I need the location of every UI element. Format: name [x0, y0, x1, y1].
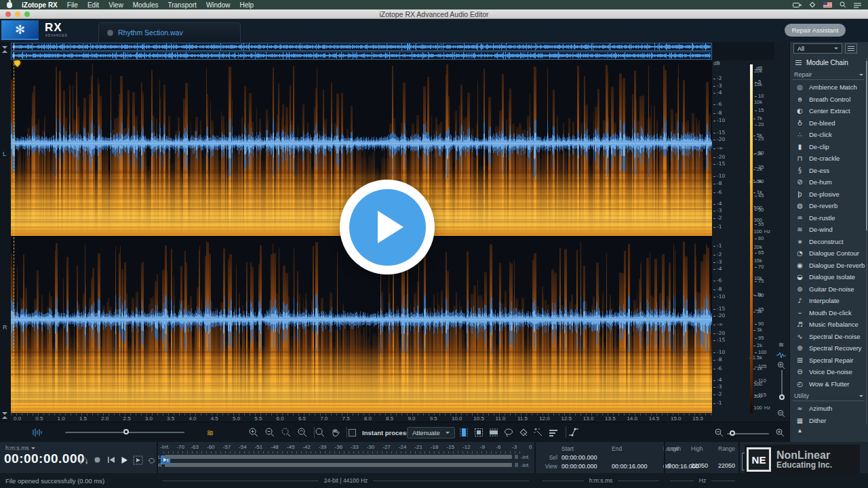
module-filter-select[interactable]: All [793, 43, 842, 54]
playhead[interactable] [14, 60, 14, 413]
file-tab[interactable]: Rhythm Section.wav [98, 22, 241, 42]
module-item-de-click[interactable]: ∴De-click [790, 129, 867, 141]
brush-selection-tool[interactable] [517, 426, 530, 439]
wave-spec-blend-slider[interactable] [65, 432, 184, 433]
module-item-de-wind[interactable]: ≋De-wind [790, 224, 867, 236]
find-similar-icon[interactable] [313, 426, 327, 439]
level-meters[interactable]: -Inf.-70-63-60-57-54-51-48-45-42-39-36-3… [158, 442, 533, 473]
freq-high-value[interactable]: 22050 [691, 454, 718, 469]
magic-wand-tool[interactable] [532, 426, 545, 439]
section-header-repair[interactable]: Repair [793, 70, 865, 80]
vertical-zoom-out-icon[interactable] [774, 407, 788, 420]
app-menu[interactable]: iZotope RX [22, 1, 58, 9]
spectrogram-view-icon[interactable]: ≋ [203, 426, 217, 439]
module-item-wow-flutter[interactable]: ◴Wow & Flutter [790, 378, 867, 390]
h-zoom-slider[interactable] [727, 433, 769, 434]
video-icon[interactable] [793, 1, 802, 8]
flatten-selection-tool[interactable] [547, 426, 560, 439]
module-item-de-crackle[interactable]: ⊓De-crackle [790, 152, 867, 165]
view-end-value[interactable]: 00:00:16.000 [612, 463, 663, 470]
grab-hand-icon[interactable] [328, 426, 342, 439]
module-item-spectral-repair[interactable]: ⊞Spectral Repair [790, 354, 867, 367]
module-item-interpolate[interactable]: ♪Interpolate [790, 295, 867, 307]
time-frequency-selection-tool[interactable] [472, 426, 486, 439]
module-item-de-hum[interactable]: ⊘De-hum [790, 176, 867, 188]
module-item-voice-de-noise[interactable]: ⊖Voice De-noise [790, 366, 867, 378]
module-item-dialogue-isolate[interactable]: ◒Dialogue Isolate [790, 271, 867, 283]
monitor-headphones-icon[interactable] [79, 455, 89, 465]
time-selection-tool[interactable] [457, 426, 471, 439]
freq-low-value[interactable]: 0 [668, 454, 691, 469]
menu-transport[interactable]: Transport [167, 1, 196, 9]
time-ruler[interactable]: 0.00.51.01.52.02.53.03.54.04.55.05.56.06… [11, 413, 712, 422]
play-icon[interactable] [119, 455, 130, 465]
module-menu-icon[interactable] [845, 43, 857, 54]
module-scrollbar-thumb[interactable] [866, 61, 867, 230]
module-item-mouth-de-click[interactable]: ⌣Mouth De-click [790, 307, 867, 319]
zoom-reset-icon[interactable] [296, 426, 309, 439]
menu-help[interactable]: Help [239, 1, 254, 9]
module-item-de-rustle[interactable]: ♒De-rustle [790, 212, 867, 224]
collapse-overview-icon[interactable] [2, 46, 7, 53]
menu-view[interactable]: View [108, 1, 123, 9]
module-item-music-rebalance[interactable]: ♬Music Rebalance [790, 319, 867, 331]
previous-icon[interactable] [106, 455, 116, 465]
module-item-dither[interactable]: ▦Dither [790, 415, 867, 427]
module-item-azimuth[interactable]: ≈Azimuth [790, 403, 867, 415]
zoom-in-icon[interactable] [247, 426, 260, 439]
sel-start-value[interactable]: 00:00:00.000 [561, 454, 612, 461]
loop-icon[interactable] [146, 455, 157, 465]
time-format-selector[interactable]: h:m:s.ms [5, 445, 35, 451]
module-item-spectral-recovery[interactable]: ⊕Spectral Recovery [790, 342, 867, 354]
module-item-de-clip[interactable]: ▮De-clip [790, 141, 867, 153]
record-icon[interactable] [92, 455, 102, 465]
view-start-value[interactable]: 00:00:00.000 [561, 463, 612, 470]
menu-file[interactable]: File [67, 1, 78, 9]
module-item-partial[interactable]: ▴ [790, 426, 867, 433]
spectrogram-colorbar[interactable] [750, 64, 753, 413]
blend-slider-knob[interactable] [123, 429, 129, 434]
h-zoom-in-icon[interactable] [773, 426, 787, 439]
lasso-selection-tool[interactable] [502, 426, 515, 439]
module-item-deconstruct[interactable]: ∗Deconstruct [790, 236, 867, 248]
module-item-dialogue-de-reverb[interactable]: ◉Dialogue De-reverb [790, 260, 867, 272]
module-item-center-extract[interactable]: ◐Center Extract [790, 105, 867, 117]
module-item-de-reverb[interactable]: ◍De-reverb [790, 200, 867, 212]
minimize-window-button[interactable] [15, 12, 20, 17]
signal-chain-icon[interactable] [567, 426, 580, 439]
apple-menu-icon[interactable] [7, 2, 12, 8]
us-flag-icon[interactable] [823, 2, 832, 7]
module-item-guitar-de-noise[interactable]: ⊚Guitar De-noise [790, 283, 867, 296]
process-mode-dropdown[interactable]: Attenuate [407, 427, 455, 439]
video-play-overlay[interactable] [340, 180, 435, 274]
repair-assistant-button[interactable]: Repair Assistant [785, 24, 846, 37]
frequency-selection-tool[interactable] [487, 426, 500, 439]
h-zoom-knob[interactable] [730, 430, 735, 436]
module-item-dialogue-contour[interactable]: ◔Dialogue Contour [790, 247, 867, 260]
module-item-de-bleed[interactable]: ♁De-bleed [790, 117, 867, 129]
zoom-window-button[interactable] [24, 12, 30, 17]
waveform-overview[interactable] [11, 43, 712, 60]
module-item-de-plosive[interactable]: þDe-plosive [790, 188, 867, 201]
clip-indicator-left[interactable] [515, 455, 518, 459]
module-chain-item[interactable]: Module Chain [790, 56, 867, 68]
vertical-zoom-slider[interactable] [781, 370, 783, 399]
menu-modules[interactable]: Modules [133, 1, 159, 9]
module-item-breath-control[interactable]: өBreath Control [790, 94, 867, 106]
section-header-utility[interactable]: Utility [793, 391, 865, 401]
close-window-button[interactable] [5, 12, 11, 17]
instant-process-checkbox[interactable] [349, 429, 356, 436]
spotlight-icon[interactable] [840, 1, 846, 8]
vertical-zoom-knob[interactable] [779, 394, 785, 400]
module-item-de-ess[interactable]: §De-ess [790, 165, 867, 177]
menu-edit[interactable]: Edit [87, 1, 99, 9]
module-item-ambience-match[interactable]: ◎Ambience Match [790, 81, 867, 94]
menu-window[interactable]: Window [206, 1, 231, 9]
waveform-view-icon[interactable] [31, 426, 45, 439]
clip-indicator-right[interactable] [515, 463, 518, 467]
zoom-selection-icon[interactable] [279, 426, 293, 439]
notification-center-icon[interactable] [854, 1, 861, 8]
module-item-spectral-de-noise[interactable]: ∿Spectral De-noise [790, 331, 867, 343]
zoom-out-icon[interactable] [263, 426, 277, 439]
diamond-icon[interactable] [809, 1, 816, 8]
